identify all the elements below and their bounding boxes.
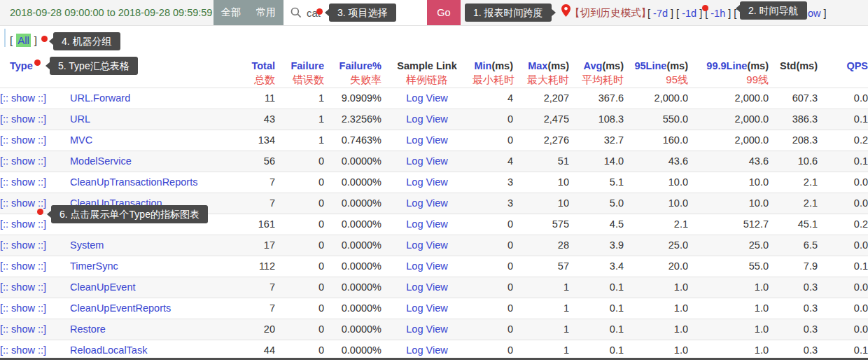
log-view-link[interactable]: Log View [406, 239, 447, 251]
tooltip-machine-group: 4. 机器分组 [53, 32, 120, 50]
sort-link[interactable]: Failure% [340, 60, 382, 71]
log-view-link[interactable]: Log View [406, 323, 447, 335]
cell-value: 0.1 [818, 256, 868, 277]
type-link-CleanUpEvent[interactable]: CleanUpEvent [70, 281, 136, 293]
cell-value: 7.9 [769, 256, 818, 277]
cell-value: 0.0 [818, 298, 868, 319]
type-link-System[interactable]: System [70, 239, 104, 251]
show-graph-link[interactable]: [:: show ::] [0, 113, 46, 125]
log-view-link[interactable]: Log View [406, 134, 447, 146]
cell-value: 550.0 [624, 109, 688, 130]
annotation-dot-time-nav [702, 5, 708, 11]
tooltip-time-nav: 2. 时间导航 [740, 1, 807, 20]
log-view-link[interactable]: Log View [406, 344, 447, 356]
cell-value: 607.3 [769, 88, 818, 109]
scope-favorite-button[interactable]: 常用 [253, 6, 279, 19]
show-graph-link[interactable]: [:: show ::] [0, 260, 46, 272]
cell-value: 11 [234, 88, 275, 109]
cell-value: 0 [275, 235, 324, 256]
log-view-link[interactable]: Log View [406, 218, 447, 230]
machine-group-all-link[interactable]: All [16, 34, 31, 47]
sort-link[interactable]: 99.9Line [706, 60, 747, 71]
log-view-link[interactable]: Log View [406, 260, 447, 272]
cell-value: 0 [275, 298, 324, 319]
log-view-link[interactable]: Log View [406, 302, 447, 314]
cell-value: 0.0 [818, 88, 868, 109]
machine-group: [ All ] [0, 26, 37, 54]
cell-value: 2.3256% [324, 109, 382, 130]
time-nav-link--7d[interactable]: -7d [653, 8, 668, 19]
show-graph-link[interactable]: [:: show ::] [0, 197, 46, 209]
sort-link[interactable]: Failure [290, 60, 324, 71]
cell-value: 0 [472, 130, 513, 151]
sort-link[interactable]: 95Line [634, 60, 666, 71]
log-view-link[interactable]: Log View [406, 281, 447, 293]
table-row: [:: show ::]URL.Forward1119.0909%Log Vie… [0, 88, 868, 109]
type-link-CleanUpTransactionReports[interactable]: CleanUpTransactionReports [70, 176, 197, 188]
show-graph-link[interactable]: [:: show ::] [0, 239, 46, 251]
cell-value: 0.3 [769, 319, 818, 340]
table-row: [:: show ::]System1700.0000%Log View0283… [0, 235, 868, 256]
type-link-ModelService[interactable]: ModelService [70, 155, 132, 167]
show-graph-link[interactable]: [:: show ::] [0, 92, 46, 104]
type-link-TimerSync[interactable]: TimerSync [70, 260, 118, 272]
switch-history-mode-link[interactable]: 【切到历史模式】 [570, 0, 651, 26]
show-graph-link[interactable]: [:: show ::] [0, 176, 46, 188]
time-nav-link--1h[interactable]: -1h [710, 8, 725, 19]
type-link-MVC[interactable]: MVC [70, 134, 92, 146]
log-view-link[interactable]: Log View [406, 155, 447, 167]
sort-link[interactable]: Type [10, 60, 33, 71]
cell-value: 7 [234, 172, 275, 193]
time-nav-link--1d[interactable]: -1d [682, 8, 696, 19]
cell-value: 2,000.0 [624, 88, 688, 109]
table-row: [:: show ::]CleanUpEvent700.0000%Log Vie… [0, 277, 868, 298]
cell-value: 0 [472, 319, 513, 340]
log-view-link[interactable]: Log View [406, 92, 447, 104]
cell-value: 4 [472, 151, 513, 172]
type-link-URL[interactable]: URL [70, 113, 90, 125]
cell-value: 4 [472, 88, 513, 109]
sort-link[interactable]: QPS [846, 60, 868, 71]
col-annotation [769, 73, 818, 86]
cell-value: 0 [275, 256, 324, 277]
type-link-URL.Forward[interactable]: URL.Forward [70, 92, 130, 104]
log-view-link[interactable]: Log View [406, 113, 447, 125]
table-row: [:: show ::]CleanUpTransactionReports700… [0, 172, 868, 193]
cell-value: 32.7 [569, 130, 624, 151]
sort-link[interactable]: Max [528, 60, 547, 71]
cell-value: 0 [472, 277, 513, 298]
tooltip-project-select: 3. 项目选择 [329, 4, 396, 22]
sort-link[interactable]: Total [251, 60, 275, 71]
show-graph-link[interactable]: [:: show ::] [0, 281, 46, 293]
pin-icon [561, 4, 570, 17]
cell-value: 0.0000% [324, 193, 382, 214]
log-view-link[interactable]: Log View [406, 176, 447, 188]
cell-value: 10.0 [688, 172, 769, 193]
cell-value: 0.7463% [324, 130, 382, 151]
type-link-CleanUpEventReports[interactable]: CleanUpEventReports [70, 302, 171, 314]
annotation-dot-show-chart [37, 209, 43, 215]
show-graph-link[interactable]: [:: show ::] [0, 302, 46, 314]
cell-value: 43.6 [624, 151, 688, 172]
sort-link[interactable]: Min [474, 60, 491, 71]
show-graph-link[interactable]: [:: show ::] [0, 134, 46, 146]
show-graph-link[interactable]: [:: show ::] [0, 344, 46, 356]
cell-value: 112 [234, 256, 275, 277]
annotation-dot-machine-group [41, 36, 48, 42]
show-graph-link[interactable]: [:: show ::] [0, 218, 46, 230]
type-link-ReloadLocalTask[interactable]: ReloadLocalTask [70, 344, 147, 356]
go-button[interactable]: Go [427, 0, 461, 25]
type-link-Restore[interactable]: Restore [70, 323, 106, 335]
log-view-link[interactable]: Log View [406, 197, 447, 209]
cell-value: 2,000.0 [688, 88, 769, 109]
col-annotation: 失败率 [324, 73, 382, 86]
cell-value: 3.9 [569, 235, 624, 256]
col-annotation [818, 73, 868, 86]
cell-value: 25.0 [624, 235, 688, 256]
show-graph-link[interactable]: [:: show ::] [0, 155, 46, 167]
col-annotation: 错误数 [275, 73, 324, 86]
col-header-sample-link: Sample Link样例链路 [382, 56, 472, 88]
show-graph-link[interactable]: [:: show ::] [0, 323, 46, 335]
scope-all-button[interactable]: 全部 [218, 6, 244, 19]
sort-link[interactable]: Avg [584, 60, 603, 71]
